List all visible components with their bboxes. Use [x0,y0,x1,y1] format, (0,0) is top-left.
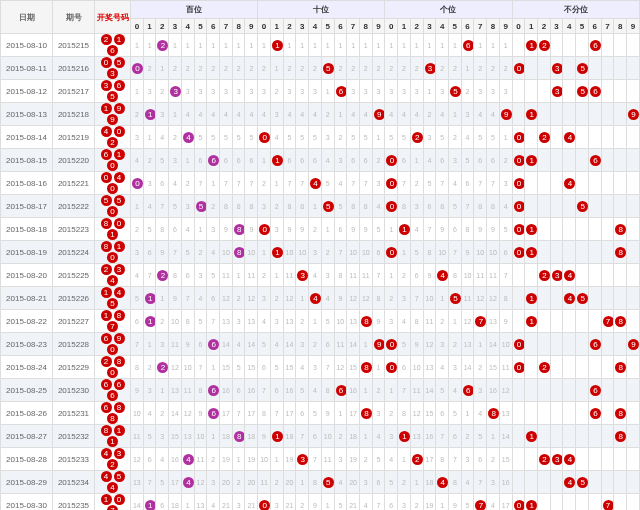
miss-cell: 1 [334,34,347,57]
cell-date: 2015-08-11 [1,57,53,80]
cell-date: 2015-08-20 [1,264,53,287]
miss-cell: 1 [258,241,271,264]
miss-cell: 7 [207,310,220,333]
empty-cell [538,172,551,195]
data-row: 2015-08-17201522255014753528883288155884… [1,195,640,218]
digit-header: 7 [220,19,233,34]
miss-cell: 2 [131,103,144,126]
miss-cell: 2 [372,149,385,172]
miss-cell: 3 [499,80,512,103]
miss-cell: 6 [347,149,360,172]
miss-cell: 2 [156,402,169,425]
miss-cell: 5 [385,471,398,494]
miss-cell: 19 [245,448,258,471]
miss-cell: 8 [296,195,309,218]
data-row: 2015-08-29201523445413751741232022011220… [1,471,640,494]
cell-prize: 610 [95,149,131,172]
miss-cell: 1 [207,425,220,448]
empty-cell [588,425,601,448]
cell-issue: 2015219 [53,126,95,149]
miss-cell: 8 [181,310,194,333]
miss-cell: 13 [499,402,512,425]
miss-cell: 1 [270,448,283,471]
miss-cell: 7 [194,172,207,195]
miss-cell: 20 [283,471,296,494]
hit-cell: 7 [474,310,487,333]
miss-cell: 5 [321,172,334,195]
cell-prize: 402 [95,126,131,149]
miss-cell: 11 [258,471,271,494]
empty-cell [614,471,627,494]
miss-cell: 6 [194,149,207,172]
cell-date: 2015-08-10 [1,34,53,57]
data-row: 2015-08-23201522869071311966144145414326… [1,333,640,356]
miss-cell: 6 [436,149,449,172]
miss-cell: 1 [385,379,398,402]
miss-cell: 7 [474,172,487,195]
empty-cell [614,80,627,103]
miss-cell: 3 [461,103,474,126]
hit-cell: 1 [143,310,156,333]
miss-cell: 3 [156,103,169,126]
empty-cell [627,57,640,80]
miss-cell: 3 [296,80,309,103]
hit-cell: 2 [156,34,169,57]
empty-cell [525,126,538,149]
miss-cell: 5 [372,218,385,241]
miss-cell: 2 [258,264,271,287]
hit-cell: 0 [512,218,525,241]
miss-cell: 4 [220,103,233,126]
miss-cell: 11 [499,356,512,379]
empty-cell [601,126,614,149]
miss-cell: 3 [448,149,461,172]
miss-cell: 2 [334,57,347,80]
empty-cell [627,356,640,379]
miss-cell: 2 [156,80,169,103]
data-row: 2015-08-13201521819921314444444344421449… [1,103,640,126]
digit-header: 6 [461,19,474,34]
empty-cell [563,356,576,379]
miss-cell: 7 [448,241,461,264]
miss-cell: 5 [461,149,474,172]
miss-cell: 7 [499,264,512,287]
miss-cell: 15 [169,425,182,448]
miss-cell: 7 [347,172,360,195]
digit-header: 5 [448,19,461,34]
miss-cell: 3 [232,80,245,103]
miss-cell: 10 [487,241,500,264]
miss-cell: 1 [423,80,436,103]
miss-cell: 6 [372,471,385,494]
miss-cell: 9 [436,218,449,241]
miss-cell: 7 [410,287,423,310]
cell-prize: 810 [95,241,131,264]
miss-cell: 1 [156,57,169,80]
hit-cell: 3 [296,448,309,471]
cell-issue: 2015227 [53,310,95,333]
miss-cell: 4 [461,471,474,494]
cell-issue: 2015224 [53,241,95,264]
cell-prize: 145 [95,287,131,310]
miss-cell: 8 [461,218,474,241]
empty-cell [614,149,627,172]
hit-cell: 4 [563,448,576,471]
miss-cell: 8 [245,195,258,218]
miss-cell: 6 [461,172,474,195]
hit-cell: 3 [550,264,563,287]
miss-cell: 2 [207,57,220,80]
miss-cell: 2 [296,57,309,80]
empty-cell [550,218,563,241]
hit-cell: 2 [538,264,551,287]
miss-cell: 7 [296,425,309,448]
miss-cell: 4 [181,103,194,126]
miss-cell: 3 [169,149,182,172]
miss-cell: 2 [321,241,334,264]
empty-cell [550,310,563,333]
miss-cell: 18 [169,494,182,511]
miss-cell: 2 [474,356,487,379]
miss-cell: 1 [448,310,461,333]
cell-date: 2015-08-18 [1,218,53,241]
miss-cell: 11 [461,287,474,310]
miss-cell: 14 [245,333,258,356]
empty-cell [588,448,601,471]
miss-cell: 10 [474,241,487,264]
